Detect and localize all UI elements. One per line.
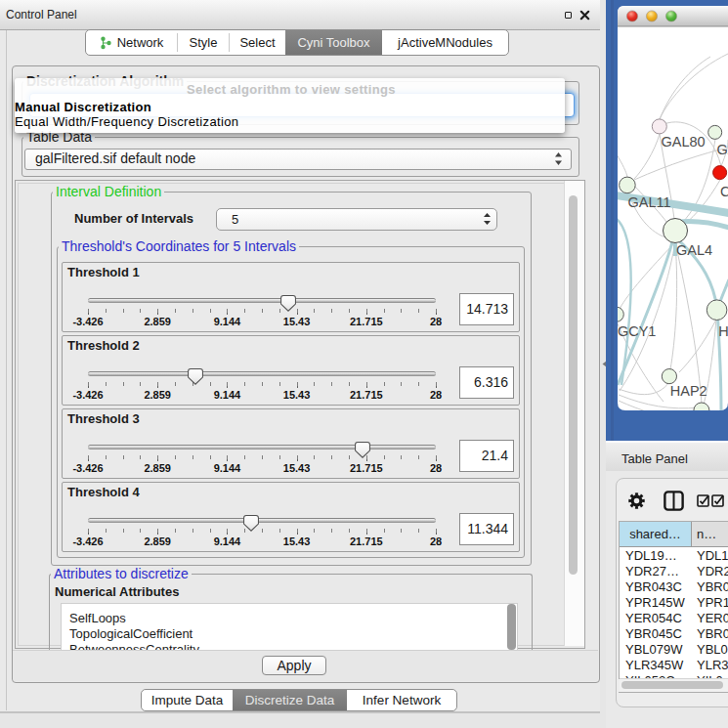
svg-text:GA: GA [717, 142, 728, 157]
svg-text:GAL11: GAL11 [628, 194, 671, 210]
svg-text:HAP2: HAP2 [670, 383, 707, 399]
svg-text:GAL4: GAL4 [676, 242, 712, 258]
svg-text:GAL80: GAL80 [662, 134, 706, 150]
svg-text:HI: HI [718, 323, 728, 339]
svg-text:GCY1: GCY1 [618, 323, 657, 339]
svg-text:C: C [720, 184, 728, 199]
